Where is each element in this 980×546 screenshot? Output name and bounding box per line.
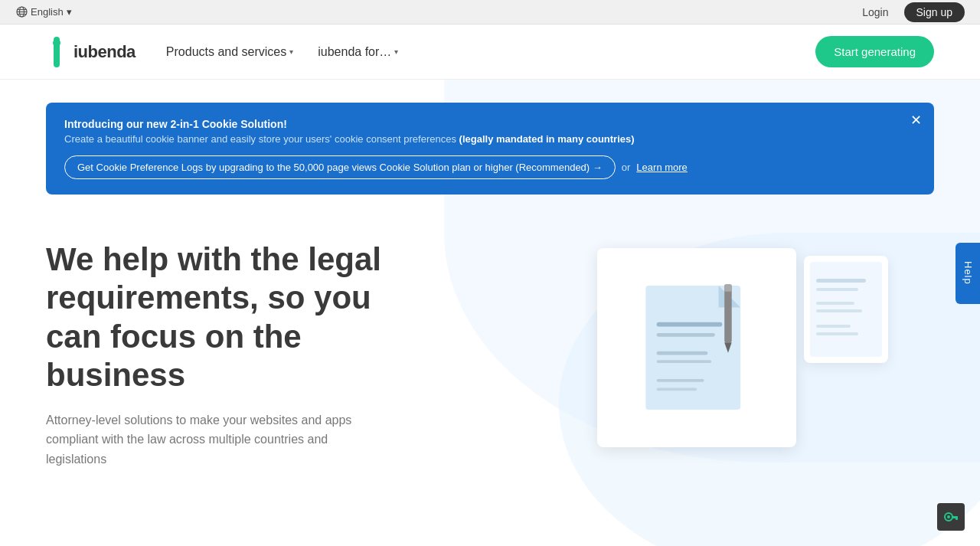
logo-link[interactable]: iubenda <box>46 37 136 67</box>
svg-rect-14 <box>657 379 704 382</box>
banner-desc-bold: (legally mandated in many countries) <box>459 133 635 145</box>
hero-illustration <box>459 240 934 455</box>
svg-rect-21 <box>816 288 858 291</box>
nav-left: iubenda Products and services ▾ iubenda … <box>46 37 398 67</box>
banner-cta-button[interactable]: Get Cookie Preference Logs by upgrading … <box>64 155 616 179</box>
svg-rect-23 <box>816 309 862 312</box>
document-illustration <box>628 271 766 424</box>
help-button[interactable]: Help <box>956 243 980 304</box>
iubenda-for-label: iubenda for… <box>318 45 391 59</box>
signup-button[interactable]: Sign up <box>904 2 965 22</box>
banner-close-button[interactable]: ✕ <box>910 113 922 127</box>
language-selector[interactable]: English ▾ <box>15 6 72 18</box>
main-nav: iubenda Products and services ▾ iubenda … <box>0 25 980 80</box>
svg-rect-22 <box>816 302 854 305</box>
hero-title: We help with the legal requirements, so … <box>46 240 429 395</box>
svg-rect-24 <box>816 325 851 328</box>
svg-rect-12 <box>657 351 708 355</box>
products-nav-link[interactable]: Products and services ▾ <box>166 45 293 59</box>
svg-point-29 <box>947 515 950 518</box>
hero-subtitle: Attorney-level solutions to make your we… <box>46 410 383 469</box>
svg-rect-25 <box>816 332 858 335</box>
svg-rect-18 <box>724 284 732 292</box>
top-bar-right: Login Sign up <box>856 2 965 22</box>
top-bar: English ▾ Login Sign up <box>0 0 980 25</box>
svg-rect-28 <box>956 516 958 520</box>
banner-description: Create a beautiful cookie banner and eas… <box>64 133 916 145</box>
key-icon-button[interactable] <box>937 503 965 531</box>
svg-rect-16 <box>724 284 732 342</box>
svg-rect-10 <box>657 322 723 327</box>
banner-title: Introducing our new 2-in-1 Cookie Soluti… <box>64 118 916 130</box>
logo-text: iubenda <box>74 42 136 62</box>
svg-rect-11 <box>657 333 715 337</box>
login-button[interactable]: Login <box>856 3 894 21</box>
cookie-solution-banner: ✕ Introducing our new 2-in-1 Cookie Solu… <box>46 103 934 195</box>
document-card-main <box>597 248 796 447</box>
nav-links: Products and services ▾ iubenda for… ▾ <box>166 45 398 59</box>
banner-or-text: or <box>622 162 631 173</box>
chevron-down-icon: ▾ <box>67 6 72 18</box>
globe-icon <box>15 6 28 18</box>
hero-section: We help with the legal requirements, so … <box>0 195 980 499</box>
iubenda-for-chevron-icon: ▾ <box>394 47 398 56</box>
key-icon <box>943 509 959 525</box>
main-content: ✕ Introducing our new 2-in-1 Cookie Solu… <box>0 80 980 546</box>
banner-desc-plain: Create a beautiful cookie banner and eas… <box>64 133 459 145</box>
products-label: Products and services <box>166 45 286 59</box>
document-card-secondary <box>804 256 888 363</box>
svg-point-6 <box>53 39 60 47</box>
small-doc-illustration <box>804 256 888 363</box>
start-generating-button[interactable]: Start generating <box>815 36 934 67</box>
svg-rect-13 <box>657 360 711 363</box>
logo-icon <box>46 37 67 67</box>
svg-rect-20 <box>816 279 866 283</box>
language-label: English <box>31 6 64 18</box>
top-bar-left: English ▾ <box>15 6 72 18</box>
hero-text: We help with the legal requirements, so … <box>46 240 429 469</box>
svg-rect-15 <box>657 387 697 391</box>
iubenda-for-nav-link[interactable]: iubenda for… ▾ <box>318 45 398 59</box>
banner-learn-more-link[interactable]: Learn more <box>636 162 687 173</box>
products-chevron-icon: ▾ <box>289 47 293 56</box>
banner-actions: Get Cookie Preference Logs by upgrading … <box>64 155 916 179</box>
